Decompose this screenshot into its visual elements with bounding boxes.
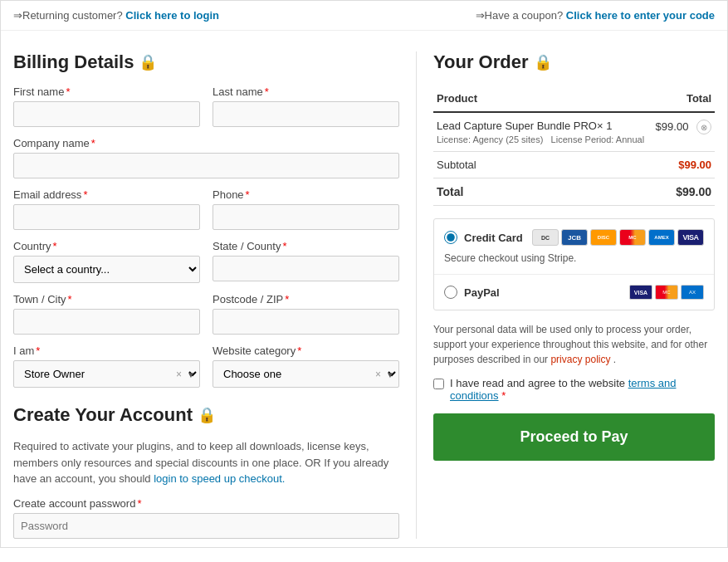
- paypal-radio[interactable]: [444, 286, 457, 299]
- country-group: Country* Select a country...: [13, 240, 200, 283]
- iam-category-row: I am* Store Owner Developer Freelancer A…: [13, 345, 399, 388]
- subtotal-label: Subtotal: [433, 152, 651, 178]
- login-link[interactable]: Click here to login: [125, 9, 219, 22]
- discover-card-icon: DISC: [590, 229, 617, 246]
- credit-card-radio[interactable]: [444, 231, 457, 244]
- country-label: Country*: [13, 240, 200, 252]
- email-group: Email address*: [13, 188, 200, 230]
- iam-select[interactable]: Store Owner Developer Freelancer Agency: [13, 360, 200, 388]
- email-label: Email address*: [13, 188, 200, 201]
- website-category-select[interactable]: Choose one eCommerce Blog Portfolio Busi…: [213, 360, 399, 388]
- website-category-label: Website category*: [213, 345, 399, 357]
- iam-label: I am*: [13, 345, 200, 357]
- town-input[interactable]: [13, 309, 200, 335]
- amex-card-icon: AMEX: [648, 229, 675, 246]
- billing-title: Billing Details 🔒: [13, 51, 399, 73]
- company-row: Company name*: [13, 137, 399, 178]
- iam-group: I am* Store Owner Developer Freelancer A…: [13, 345, 200, 388]
- last-name-input[interactable]: [213, 101, 399, 127]
- order-title: Your Order 🔒: [433, 51, 715, 73]
- phone-label: Phone*: [213, 188, 399, 201]
- paypal-amex-icon: AX: [681, 285, 704, 300]
- product-cell: Lead Capture Super Bundle PRO× 1 License…: [433, 112, 651, 152]
- email-input[interactable]: [13, 204, 200, 230]
- product-price-cell: $99.00 ⊗: [651, 112, 715, 152]
- product-col-header: Product: [433, 86, 651, 112]
- order-lock-icon: 🔒: [534, 53, 552, 71]
- stripe-text: Secure checkout using Stripe.: [444, 252, 704, 264]
- company-name-input[interactable]: [13, 153, 399, 178]
- town-group: Town / City*: [13, 293, 200, 335]
- proceed-to-pay-button[interactable]: Proceed to Pay: [433, 413, 715, 461]
- town-postcode-row: Town / City* Postcode / ZIP*: [13, 293, 399, 335]
- product-license: License: Agency (25 sites): [437, 134, 543, 144]
- returning-text: ⇒Returning customer?: [13, 9, 123, 22]
- coupon-link[interactable]: Click here to enter your code: [566, 9, 715, 22]
- iam-select-wrapper: Store Owner Developer Freelancer Agency …: [13, 360, 200, 388]
- privacy-notice: Your personal data will be used only to …: [433, 322, 715, 367]
- table-row: Lead Capture Super Bundle PRO× 1 License…: [433, 112, 715, 152]
- jcb-card-icon: JCB: [561, 229, 588, 246]
- visa-card-icon: VISA: [677, 229, 704, 246]
- paypal-mc-icon: MC: [655, 285, 678, 300]
- billing-section: Billing Details 🔒 First name* Last name*: [13, 51, 416, 539]
- website-category-group: Website category* Choose one eCommerce B…: [213, 345, 399, 388]
- phone-input[interactable]: [213, 204, 399, 230]
- last-name-group: Last name*: [213, 86, 399, 127]
- coupon-text: ⇒Have a coupon?: [476, 9, 564, 22]
- product-price: $99.00: [656, 120, 689, 133]
- subtotal-row: Subtotal $99.00: [433, 152, 715, 178]
- product-name-text: Lead Capture Super Bundle PRO: [437, 120, 597, 132]
- coupon-notice: ⇒Have a coupon? Click here to enter your…: [356, 9, 716, 22]
- country-select[interactable]: Select a country...: [13, 256, 200, 283]
- paypal-option: PayPal VISA MC AX: [434, 275, 714, 310]
- first-name-input[interactable]: [13, 101, 200, 127]
- phone-group: Phone*: [213, 188, 399, 230]
- product-quantity: × 1: [597, 120, 612, 132]
- password-label: Create account password*: [13, 497, 399, 510]
- town-label: Town / City*: [13, 293, 200, 305]
- first-name-label: First name*: [13, 86, 200, 98]
- login-speed-link[interactable]: login to speed up checkout.: [154, 472, 285, 485]
- password-group: Create account password*: [13, 497, 399, 539]
- name-row: First name* Last name*: [13, 86, 399, 127]
- paypal-visa-icon: VISA: [629, 285, 652, 300]
- postcode-input[interactable]: [213, 309, 399, 335]
- state-group: State / County*: [213, 240, 399, 283]
- state-label: State / County*: [213, 240, 399, 252]
- state-input[interactable]: [213, 256, 399, 281]
- credit-card-label[interactable]: Credit Card: [444, 231, 523, 244]
- create-account-description: Required to activate your plugins, and t…: [13, 438, 399, 487]
- total-value: $99.00: [651, 178, 715, 206]
- password-input[interactable]: [13, 513, 399, 539]
- postcode-group: Postcode / ZIP*: [213, 293, 399, 335]
- terms-row: I have read and agree to the website ter…: [433, 377, 715, 402]
- product-license-period: License Period: Annual: [551, 134, 645, 144]
- create-account-section: Create Your Account 🔒 Required to activa…: [13, 404, 399, 539]
- order-table: Product Total Lead Capture Super Bundle …: [433, 86, 715, 206]
- card-icons: DC JCB DISC MC AMEX VISA: [532, 229, 704, 246]
- remove-product-button[interactable]: ⊗: [696, 120, 711, 134]
- returning-customer-notice: ⇒Returning customer? Click here to login: [13, 9, 356, 22]
- country-state-row: Country* Select a country... State / Cou…: [13, 240, 399, 283]
- diners-card-icon: DC: [532, 229, 559, 246]
- create-account-title: Create Your Account 🔒: [13, 404, 399, 426]
- credit-card-option: Credit Card DC JCB DISC MC AMEX VISA Sec…: [434, 219, 714, 275]
- company-name-group: Company name*: [13, 137, 399, 178]
- payment-section: Credit Card DC JCB DISC MC AMEX VISA Sec…: [433, 218, 715, 310]
- terms-required-asterisk: *: [501, 389, 506, 402]
- privacy-policy-link[interactable]: privacy policy: [550, 354, 610, 365]
- first-name-group: First name*: [13, 86, 200, 127]
- total-label: Total: [433, 178, 651, 206]
- company-name-label: Company name*: [13, 137, 399, 149]
- postcode-label: Postcode / ZIP*: [213, 293, 399, 305]
- iam-clear-button[interactable]: ×: [176, 369, 182, 380]
- paypal-label[interactable]: PayPal: [444, 286, 500, 299]
- email-phone-row: Email address* Phone*: [13, 188, 399, 230]
- terms-checkbox[interactable]: [433, 379, 444, 389]
- website-category-clear-button[interactable]: ×: [375, 369, 381, 380]
- mastercard-icon: MC: [619, 229, 646, 246]
- order-section: Your Order 🔒 Product Total Lead Capture …: [416, 51, 715, 539]
- subtotal-value: $99.00: [651, 152, 715, 178]
- lock-icon: 🔒: [139, 53, 157, 71]
